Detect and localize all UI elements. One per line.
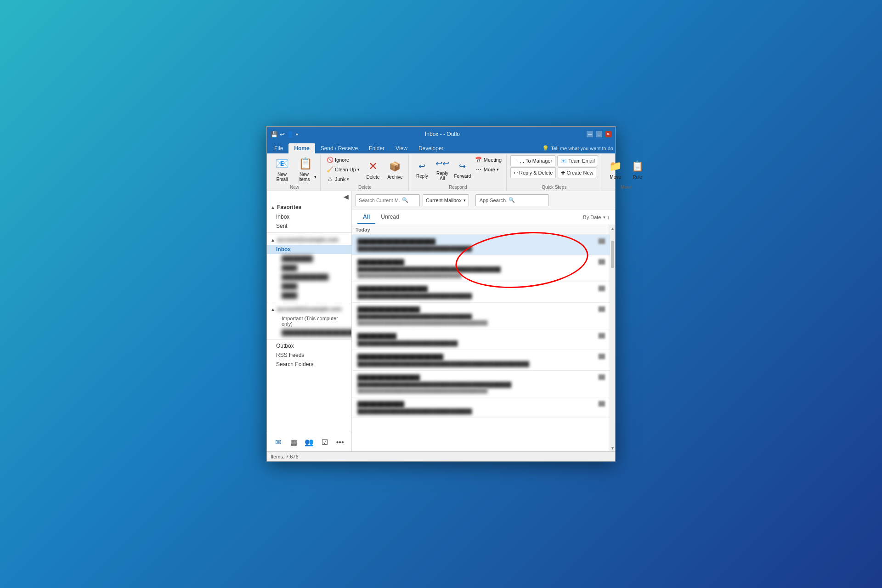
move-label: Move [610, 175, 621, 180]
nav-more-icon[interactable]: ••• [334, 436, 346, 449]
mail-sender: ██████████████████ [357, 286, 604, 292]
meeting-button[interactable]: 📅 Meeting [473, 155, 503, 164]
tab-file[interactable]: File [269, 143, 288, 153]
mail-item[interactable]: ████████████████ ███████████████████████… [352, 303, 610, 329]
sort-label: By Date [583, 215, 601, 220]
undo-icon[interactable]: ↩ [280, 131, 285, 138]
scroll-up-button[interactable]: ▲ [610, 225, 615, 232]
sidebar-item-rss[interactable]: RSS Feeds [267, 351, 351, 360]
mail-sender: ████████████████ [357, 374, 604, 381]
mail-item[interactable]: ██████████████████████ █████████████████… [352, 350, 610, 371]
quick-step-team-email[interactable]: 📧 Team Email [557, 155, 598, 166]
mail-item[interactable]: ████████████████████ ███████████████████… [352, 235, 610, 255]
main-area: ◀ ▲ Favorites Inbox Sent ▲ account@examp… [267, 191, 615, 451]
delete-col-small: 🚫 Ignore 🧹 Clean Up ▾ ⚠ Junk ▾ [324, 155, 362, 184]
mail-sort[interactable]: By Date ▾ ↑ [583, 215, 610, 220]
sidebar-sub-2[interactable]: ████ [267, 263, 351, 272]
cleanup-button[interactable]: 🧹 Clean Up ▾ [324, 165, 362, 174]
sidebar-item-inbox-favorites[interactable]: Inbox [267, 212, 351, 221]
respond-small-col: 📅 Meeting ⋯ More ▾ [473, 155, 503, 174]
nav-calendar-icon[interactable]: ▦ [287, 436, 300, 449]
move-button[interactable]: 📁 Move [605, 155, 626, 183]
app-search-icon: 🔍 [509, 197, 515, 203]
scroll-down-button[interactable]: ▼ [610, 445, 615, 451]
save-icon[interactable]: 💾 [271, 131, 278, 138]
tab-all[interactable]: All [357, 211, 375, 224]
delete-label: Delete [366, 175, 379, 180]
mail-sender: ████████████ [357, 401, 604, 407]
title-bar: 💾 ↩ 👤 ▾ Inbox - - Outlo — □ ✕ [267, 127, 615, 141]
junk-button[interactable]: ⚠ Junk ▾ [324, 175, 362, 184]
sort-dropdown-arrow: ▾ [603, 215, 605, 220]
cleanup-icon: 🧹 [326, 166, 334, 173]
sidebar-item-search-folders[interactable]: Search Folders [267, 360, 351, 369]
tab-view[interactable]: View [390, 143, 413, 153]
search-current-mailbox[interactable]: 🔍 [356, 194, 420, 206]
search-input[interactable] [359, 198, 400, 203]
mail-subject: ████████████████████████████████████████… [357, 382, 604, 387]
quick-step-create-new[interactable]: ✚ Create New [558, 167, 596, 178]
archive-button[interactable]: 📦 Archive [384, 155, 406, 183]
delete-button[interactable]: ✕ Delete [362, 155, 384, 183]
more-button[interactable]: ⋯ More ▾ [473, 165, 503, 174]
sidebar-item-inbox[interactable]: Inbox [267, 245, 351, 254]
sidebar-divider-2 [267, 302, 351, 302]
sidebar-sub-4[interactable]: ████ [267, 282, 351, 291]
delete-icon: ✕ [366, 159, 380, 174]
new-items-button[interactable]: 📋 New Items ▾ [294, 155, 317, 183]
quick-steps-label: Quick Steps [510, 185, 598, 190]
nav-people-icon[interactable]: 👥 [303, 436, 316, 449]
sidebar-sub-5[interactable]: ████ [267, 291, 351, 300]
tab-home[interactable]: Home [288, 143, 315, 153]
ignore-button[interactable]: 🚫 Ignore [324, 155, 362, 164]
favorites-section[interactable]: ▲ Favorites [267, 202, 351, 212]
sidebar-sub-important-sub[interactable]: ████████████████████ [267, 328, 351, 337]
sidebar-divider-3 [267, 339, 351, 339]
forward-icon: ↪ [456, 160, 469, 173]
tab-send-receive[interactable]: Send / Receive [315, 143, 363, 153]
mail-time: ██ [599, 333, 605, 338]
team-email-icon: 📧 [560, 158, 567, 164]
close-button[interactable]: ✕ [605, 131, 611, 137]
account2-section[interactable]: ▲ account2@example.com [267, 304, 351, 314]
minimize-button[interactable]: — [587, 131, 593, 137]
app-search-button[interactable]: App Search 🔍 [475, 194, 549, 206]
maximize-button[interactable]: □ [596, 131, 602, 137]
reply-all-button[interactable]: ↩↩ Reply All [433, 155, 452, 183]
mail-list-scrollbar[interactable]: ▲ ▼ [610, 225, 615, 451]
sidebar-item-important[interactable]: Important (This computer only) [267, 314, 351, 328]
account-label: account@example.com [277, 237, 339, 243]
tab-folder[interactable]: Folder [363, 143, 390, 153]
mail-item[interactable]: ████████████████ ███████████████████████… [352, 371, 610, 397]
sidebar-sub-3[interactable]: ████████████ [267, 272, 351, 282]
sidebar-sub-1[interactable]: ████████ [267, 254, 351, 263]
nav-tasks-icon[interactable]: ☑ [318, 436, 331, 449]
mailbox-select[interactable]: Current Mailbox ▾ [423, 194, 469, 206]
account-section[interactable]: ▲ account@example.com [267, 235, 351, 245]
mail-sender: ████████████ [357, 259, 604, 266]
nav-mail-icon[interactable]: ✉ [272, 436, 285, 449]
tell-me-bar[interactable]: 💡 Tell me what you want to do [542, 145, 613, 153]
to-manager-icon: → [514, 158, 519, 164]
sidebar-collapse-button[interactable]: ◀ [341, 191, 351, 202]
scrollbar-thumb[interactable] [611, 241, 614, 268]
rules-button[interactable]: 📋 Rule [627, 155, 648, 183]
tab-unread[interactable]: Unread [375, 211, 404, 224]
new-group-buttons: 📧 New Email 📋 New Items ▾ [271, 155, 317, 184]
sidebar-item-outbox[interactable]: Outbox [267, 341, 351, 351]
mail-item[interactable]: ████████████ ███████████████████████████… [352, 397, 610, 418]
mail-preview: ████████████████████████████████ [357, 273, 604, 278]
mail-item[interactable]: ██████████████████ █████████████████████… [352, 282, 610, 303]
person-icon[interactable]: 👤 [287, 131, 294, 138]
new-email-button[interactable]: 📧 New Email [271, 155, 293, 183]
customize-arrow[interactable]: ▾ [296, 132, 298, 137]
mail-item[interactable]: ██████████ ████████████████████████████ … [352, 329, 610, 350]
mail-item[interactable]: ████████████ ███████████████████████████… [352, 255, 610, 282]
sidebar-nav-bar: ✉ ▦ 👥 ☑ ••• [267, 433, 351, 451]
tab-developer[interactable]: Developer [413, 143, 449, 153]
reply-button[interactable]: ↩ Reply [413, 155, 432, 183]
sidebar-item-sent-favorites[interactable]: Sent [267, 221, 351, 231]
forward-button[interactable]: ↪ Forward [453, 155, 472, 183]
quick-step-reply-delete[interactable]: ↩ Reply & Delete [510, 167, 556, 178]
quick-step-to-manager[interactable]: → ... To Manager [510, 155, 555, 166]
